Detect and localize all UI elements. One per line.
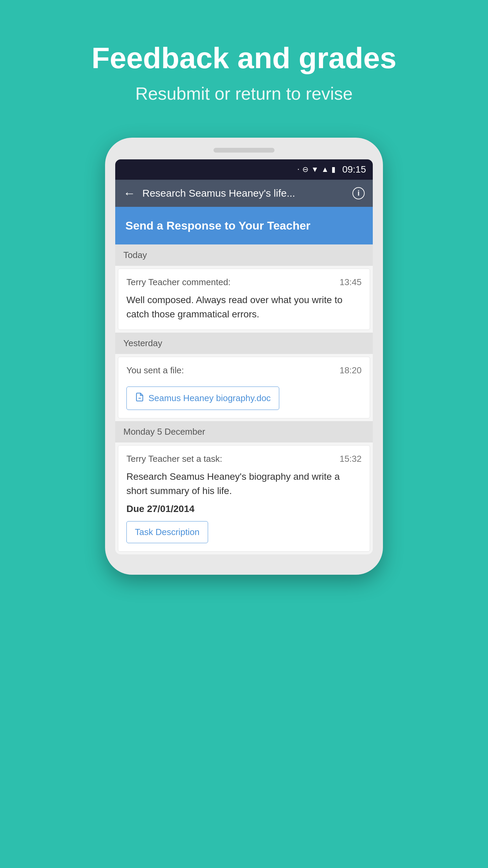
file-doc-icon — [135, 392, 144, 404]
message-card-file: You sent a file: 18:20 Seamus Heaney bio… — [118, 357, 370, 418]
app-header: ← Research Seamus Heaney's life... i — [115, 180, 373, 207]
app-header-title: Research Seamus Heaney's life... — [142, 188, 346, 199]
message-card-task: Terry Teacher set a task: 15:32 Research… — [118, 445, 370, 552]
section-yesterday: Yesterday You sent a file: 18:20 Sea — [115, 333, 373, 418]
due-date: Due 27/01/2014 — [126, 504, 362, 514]
page-subtitle: Resubmit or return to revise — [92, 83, 396, 104]
back-button[interactable]: ← — [123, 186, 136, 200]
phone-notch — [214, 148, 274, 153]
wifi-icon: ▼ — [311, 165, 319, 174]
bluetooth-icon: ⋅ — [297, 165, 300, 174]
status-bar: ⋅ ⊖ ▼ ▲ ▮ 09:15 — [115, 159, 373, 180]
message-text-today: Well composed. Always read over what you… — [126, 293, 362, 321]
message-card-header-task: Terry Teacher set a task: 15:32 — [126, 454, 362, 464]
message-card-header-file: You sent a file: 18:20 — [126, 365, 362, 376]
section-today: Today Terry Teacher commented: 13:45 Wel… — [115, 244, 373, 330]
status-time: 09:15 — [342, 164, 366, 175]
status-icons: ⋅ ⊖ ▼ ▲ ▮ — [297, 165, 336, 174]
message-sender-monday: Terry Teacher set a task: — [126, 454, 222, 464]
message-sender-today: Terry Teacher commented: — [126, 277, 230, 288]
section-header-monday: Monday 5 December — [115, 421, 373, 442]
section-header-today: Today — [115, 244, 373, 266]
phone-notch-bar — [115, 148, 373, 153]
task-description-button[interactable]: Task Description — [126, 521, 208, 543]
battery-icon: ▮ — [331, 165, 336, 174]
message-sender-yesterday: You sent a file: — [126, 365, 184, 376]
message-card-header: Terry Teacher commented: 13:45 — [126, 277, 362, 288]
task-text: Research Seamus Heaney's biography and w… — [126, 470, 362, 498]
block-icon: ⊖ — [302, 165, 308, 174]
page-header: Feedback and grades Resubmit or return t… — [92, 0, 396, 124]
info-button[interactable]: i — [352, 187, 365, 199]
message-time-monday: 15:32 — [340, 454, 362, 464]
message-time-today: 13:45 — [340, 277, 362, 288]
phone-container: ⋅ ⊖ ▼ ▲ ▮ 09:15 ← Research Seamus Heaney… — [105, 138, 383, 575]
file-attachment[interactable]: Seamus Heaney biography.doc — [126, 387, 279, 410]
file-name: Seamus Heaney biography.doc — [148, 393, 271, 403]
page-title: Feedback and grades — [92, 41, 396, 75]
section-monday: Monday 5 December Terry Teacher set a ta… — [115, 421, 373, 552]
message-card-comment: Terry Teacher commented: 13:45 Well comp… — [118, 269, 370, 330]
signal-icon: ▲ — [321, 165, 329, 174]
message-time-yesterday: 18:20 — [340, 365, 362, 376]
info-icon-label: i — [358, 189, 360, 198]
send-response-button[interactable]: Send a Response to Your Teacher — [115, 207, 373, 244]
section-header-yesterday: Yesterday — [115, 333, 373, 354]
phone-screen: ⋅ ⊖ ▼ ▲ ▮ 09:15 ← Research Seamus Heaney… — [115, 159, 373, 554]
